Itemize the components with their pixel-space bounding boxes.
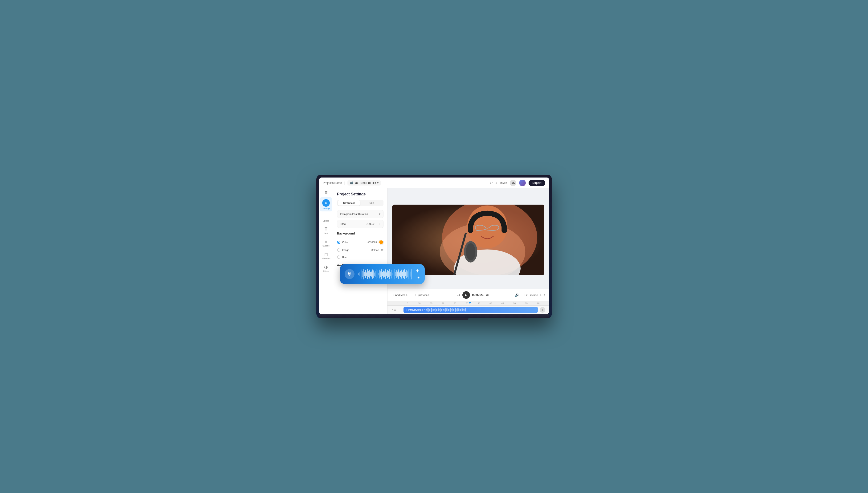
main-content: ☰ ⚙ Settings ↑ Upload T Text ≡ [319, 188, 549, 314]
format-label: YouTube Full HD [355, 181, 376, 185]
ruler-mark: 25 [449, 302, 461, 304]
mic-icon-wrapper: 🎙 [345, 269, 355, 279]
waveform-icon[interactable]: ↕ [544, 293, 545, 297]
skip-forward-button[interactable]: ⏭ [486, 293, 489, 297]
svg-point-9 [466, 243, 475, 260]
ruler-mark: 35 [473, 302, 485, 304]
zoom-minus[interactable]: − [521, 293, 523, 297]
project-name: Project's Name [323, 181, 342, 185]
time-counter: 00:02:23 [472, 293, 484, 297]
laptop-base [319, 314, 549, 318]
color-hex-value: #636363 [368, 241, 377, 244]
add-media-button[interactable]: + Add Media [391, 293, 409, 297]
play-button[interactable]: ▶ [462, 291, 470, 299]
subtitle-icon: ≡ [325, 239, 327, 244]
sidebar-item-upload[interactable]: ↑ Upload [320, 212, 332, 224]
ruler-mark: 40 [485, 302, 497, 304]
blur-option[interactable]: Blur [337, 254, 383, 261]
settings-circle-icon: ⚙ [322, 199, 330, 207]
format-selector[interactable]: 📹 YouTube Full HD ▾ [347, 180, 381, 186]
top-bar: Project's Name | 📹 YouTube Full HD ▾ ↩ ↪… [319, 177, 549, 188]
track-add-button[interactable]: + [539, 307, 545, 313]
track-bar[interactable]: ♪ Interview.mp3 [403, 307, 538, 313]
color-swatch[interactable] [379, 240, 383, 244]
upload-icon[interactable]: ⟳ [381, 249, 383, 252]
redo-button[interactable]: ↪ [495, 181, 497, 185]
sidebar-item-filters[interactable]: ◑ Filters [320, 262, 332, 274]
sidebar-item-subtitle[interactable]: ≡ Subtitle [320, 237, 332, 249]
separator: | [344, 181, 345, 185]
volume-icon[interactable]: 🔊 [515, 293, 519, 297]
sidebar-item-text[interactable]: T Text [320, 225, 332, 236]
text-icon: T [325, 227, 327, 232]
avatar-user [519, 180, 526, 186]
blur-label: Blur [342, 256, 383, 258]
question-icon[interactable]: ? [391, 308, 393, 312]
sparkle-icon: ✦✦ [415, 268, 420, 280]
timeline-track: ? ≡ ♪ Interview.mp3 + [387, 306, 549, 314]
timeline-ruler: 5 10 15 20 25 30 35 40 45 50 [387, 301, 549, 306]
sidebar-settings-label: Settings [322, 207, 330, 210]
ruler-mark: 55 [521, 302, 533, 304]
tab-overview[interactable]: Overview [338, 200, 360, 206]
time-display-value: 01:00.0 [366, 222, 375, 225]
tab-size[interactable]: Size [360, 200, 383, 206]
preview-area: + Add Media ✂ Split Video ⏮ ▶ [387, 188, 549, 314]
top-bar-right: ↩ ↪ Invite SK Export [490, 180, 545, 186]
time-label: Time [340, 222, 346, 225]
play-controls: ⏮ ▶ 00:02:23 ⏭ [457, 291, 489, 299]
sidebar-text-label: Text [324, 232, 328, 235]
ruler-mark: 10 [414, 302, 425, 304]
time-row: Time 01:00.0 ⟷ [337, 220, 383, 228]
duration-dropdown[interactable]: Instagram Post Duration ▾ [337, 210, 383, 218]
settings-panel: Project Settings Overview Size Instagram… [333, 188, 387, 314]
track-waveform [424, 308, 535, 312]
track-actions: ? ≡ [391, 308, 402, 312]
time-arrows-icon[interactable]: ⟷ [376, 222, 380, 226]
blur-radio[interactable] [337, 255, 340, 259]
playhead [468, 302, 471, 304]
color-label: Color [342, 241, 366, 244]
panel-title: Project Settings [337, 192, 383, 196]
export-button[interactable]: Export [529, 180, 545, 186]
menu-icon[interactable]: ☰ [324, 191, 327, 194]
background-section-title: Background [337, 232, 383, 235]
timeline-area: + Add Media ✂ Split Video ⏮ ▶ [387, 289, 549, 314]
ruler-mark: 20 [437, 302, 449, 304]
image-option[interactable]: Image Upload ⟳ [337, 246, 383, 254]
split-video-button[interactable]: ✂ Split Video [412, 293, 431, 298]
icon-sidebar: ☰ ⚙ Settings ↑ Upload T Text ≡ [319, 188, 333, 314]
ruler-mark: 45 [497, 302, 509, 304]
duration-label: Instagram Post Duration [340, 213, 368, 215]
color-option[interactable]: Color #636363 [337, 238, 383, 246]
sidebar-upload-label: Upload [323, 220, 330, 222]
music-note-icon: ♪ [406, 309, 407, 311]
sidebar-filters-label: Filters [323, 270, 329, 272]
ruler-mark: 5 [402, 302, 414, 304]
ruler-mark: 15 [425, 302, 438, 304]
upload-label: Upload [371, 249, 379, 252]
ruler-marks: 5 10 15 20 25 30 35 40 45 50 [402, 302, 544, 304]
image-radio[interactable] [337, 249, 340, 252]
audio-widget: 🎙 ✦✦ [340, 264, 425, 284]
audio-waveform-widget [358, 268, 412, 280]
undo-button[interactable]: ↩ [490, 181, 493, 185]
skip-back-button[interactable]: ⏮ [457, 293, 460, 297]
color-radio[interactable] [337, 241, 340, 244]
elements-icon: ◻ [324, 252, 328, 257]
timeline-left: + Add Media ✂ Split Video [391, 293, 431, 298]
sidebar-item-settings[interactable]: ⚙ Settings [320, 197, 332, 211]
undo-redo-group: ↩ ↪ [490, 181, 497, 185]
chevron-down-icon: ▾ [377, 181, 379, 185]
sidebar-subtitle-label: Subtitle [322, 244, 330, 247]
tab-switcher: Overview Size [337, 200, 383, 206]
ruler-mark: 60 [532, 302, 544, 304]
zoom-plus[interactable]: + [539, 293, 542, 297]
track-filename: Interview.mp3 [408, 309, 423, 311]
avatar-sk: SK [510, 180, 516, 186]
scissors-icon: ✂ [414, 294, 416, 297]
sidebar-item-elements[interactable]: ◻ Elements [320, 250, 332, 262]
filters-icon: ◑ [324, 264, 328, 270]
timeline-right: 🔊 − Fit Timeline + ↕ [515, 293, 545, 297]
caption-icon[interactable]: ≡ [394, 308, 396, 312]
